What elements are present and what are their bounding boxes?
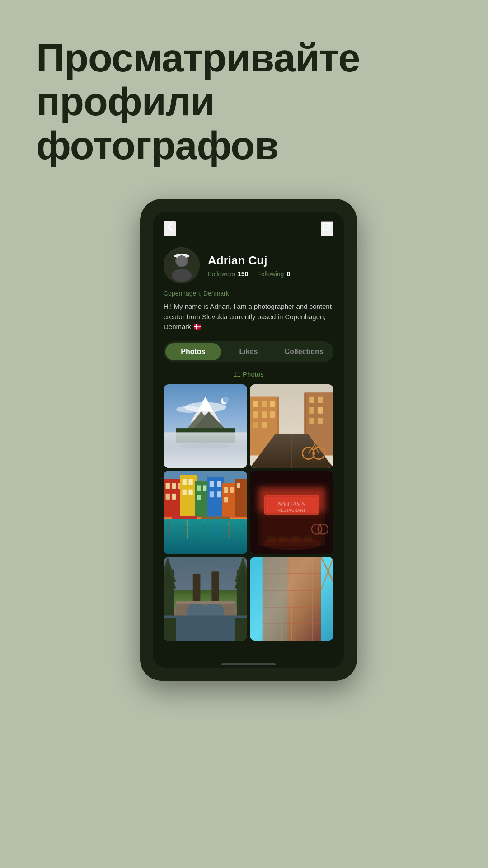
svg-rect-37 bbox=[309, 418, 314, 424]
svg-rect-63 bbox=[197, 495, 201, 500]
svg-rect-18 bbox=[164, 445, 247, 468]
svg-point-19 bbox=[180, 443, 230, 448]
phone-screen: Adrian Cuj Followers 150 Following 0 Cop bbox=[153, 212, 344, 668]
svg-rect-36 bbox=[318, 407, 323, 414]
location: Copenhagen, Denmark bbox=[164, 290, 333, 297]
mountain-image bbox=[164, 384, 247, 468]
buildings-image bbox=[164, 471, 247, 554]
headline-line3: фотографов bbox=[36, 123, 278, 168]
tab-likes[interactable]: Likes bbox=[221, 343, 277, 360]
svg-rect-74 bbox=[237, 483, 240, 488]
svg-rect-38 bbox=[318, 418, 323, 424]
followers-stat: Followers 150 bbox=[208, 270, 248, 278]
avatar-image bbox=[164, 247, 200, 283]
following-count: 0 bbox=[286, 270, 290, 278]
svg-rect-59 bbox=[189, 490, 193, 495]
svg-rect-71 bbox=[230, 487, 234, 493]
svg-rect-77 bbox=[164, 519, 247, 554]
street-image bbox=[250, 384, 333, 468]
svg-rect-57 bbox=[189, 479, 193, 485]
headline-line2: профили bbox=[36, 79, 215, 124]
profile-info: Adrian Cuj Followers 150 Following 0 bbox=[208, 254, 333, 278]
profile-header: Adrian Cuj Followers 150 Following 0 bbox=[164, 247, 333, 283]
photo-grid: NYHAVN RESTAURANT bbox=[164, 384, 333, 650]
svg-rect-86 bbox=[264, 495, 319, 514]
bio: Hi! My name is Adrian. I am a photograph… bbox=[164, 302, 333, 332]
svg-rect-66 bbox=[217, 481, 221, 487]
svg-rect-67 bbox=[210, 491, 214, 497]
svg-rect-65 bbox=[210, 481, 214, 487]
svg-rect-85 bbox=[263, 491, 321, 542]
svg-rect-24 bbox=[262, 401, 267, 407]
tab-collections[interactable]: Collections bbox=[276, 343, 332, 360]
back-button[interactable] bbox=[164, 221, 176, 236]
back-icon bbox=[164, 222, 175, 232]
svg-rect-112 bbox=[164, 618, 176, 641]
svg-rect-90 bbox=[264, 495, 319, 514]
svg-rect-51 bbox=[172, 483, 176, 489]
svg-rect-125 bbox=[263, 557, 288, 641]
svg-text:NYHAVN: NYHAVN bbox=[277, 500, 306, 508]
headline: Просматривайте профили фотографов bbox=[36, 36, 360, 167]
svg-rect-62 bbox=[203, 485, 206, 491]
share-button[interactable] bbox=[321, 221, 333, 236]
avatar bbox=[164, 247, 200, 283]
followers-count: 150 bbox=[238, 270, 248, 278]
photo-item[interactable] bbox=[250, 384, 333, 468]
svg-rect-30 bbox=[262, 422, 267, 428]
share-icon bbox=[322, 222, 333, 233]
svg-rect-73 bbox=[235, 479, 247, 516]
svg-rect-82 bbox=[228, 521, 230, 538]
profile-section: Adrian Cuj Followers 150 Following 0 Cop bbox=[153, 244, 344, 659]
svg-rect-110 bbox=[176, 601, 235, 604]
svg-rect-28 bbox=[270, 411, 275, 418]
tabs: Photos Likes Collections bbox=[164, 341, 333, 362]
svg-rect-70 bbox=[224, 487, 228, 493]
neon-image: NYHAVN RESTAURANT bbox=[250, 471, 333, 554]
following-stat: Following 0 bbox=[257, 270, 290, 278]
svg-rect-54 bbox=[172, 494, 176, 500]
svg-rect-27 bbox=[262, 411, 267, 418]
svg-rect-98 bbox=[164, 557, 247, 590]
svg-point-11 bbox=[223, 397, 229, 403]
top-bar bbox=[153, 212, 344, 244]
followers-label: Followers bbox=[208, 270, 235, 278]
photo-item[interactable] bbox=[164, 471, 247, 554]
profile-name: Adrian Cuj bbox=[208, 254, 333, 268]
photo-item[interactable] bbox=[164, 384, 247, 468]
svg-rect-26 bbox=[253, 411, 258, 418]
svg-point-97 bbox=[263, 538, 321, 550]
tab-photos[interactable]: Photos bbox=[165, 343, 221, 360]
svg-rect-50 bbox=[166, 483, 170, 489]
svg-rect-56 bbox=[183, 479, 187, 485]
following-label: Following bbox=[257, 270, 284, 278]
phone-mockup: Adrian Cuj Followers 150 Following 0 Cop bbox=[140, 199, 357, 681]
photos-count: 11 Photos bbox=[164, 370, 333, 378]
photo-item[interactable] bbox=[250, 557, 333, 641]
svg-text:RESTAURANT: RESTAURANT bbox=[277, 508, 305, 513]
svg-rect-33 bbox=[309, 397, 314, 403]
home-indicator bbox=[221, 663, 276, 665]
headline-line1: Просматривайте bbox=[36, 35, 360, 80]
svg-rect-29 bbox=[253, 422, 258, 428]
photo-item[interactable]: NYHAVN RESTAURANT bbox=[250, 471, 333, 554]
svg-rect-35 bbox=[309, 407, 314, 414]
svg-point-5 bbox=[172, 269, 192, 282]
svg-point-6 bbox=[176, 255, 187, 266]
svg-rect-78 bbox=[168, 521, 169, 538]
forest-image bbox=[164, 557, 247, 641]
abstract-image bbox=[250, 557, 333, 641]
profile-stats: Followers 150 Following 0 bbox=[208, 270, 333, 278]
svg-rect-25 bbox=[270, 401, 275, 407]
svg-rect-81 bbox=[215, 520, 216, 538]
svg-rect-113 bbox=[235, 618, 247, 641]
svg-rect-17 bbox=[164, 432, 247, 445]
svg-rect-87 bbox=[266, 497, 318, 513]
svg-rect-79 bbox=[187, 520, 188, 539]
svg-rect-58 bbox=[183, 490, 187, 495]
svg-rect-61 bbox=[197, 485, 201, 491]
svg-rect-34 bbox=[318, 397, 323, 403]
photo-item[interactable] bbox=[164, 557, 247, 641]
svg-rect-23 bbox=[253, 401, 258, 407]
svg-rect-75 bbox=[172, 516, 197, 519]
